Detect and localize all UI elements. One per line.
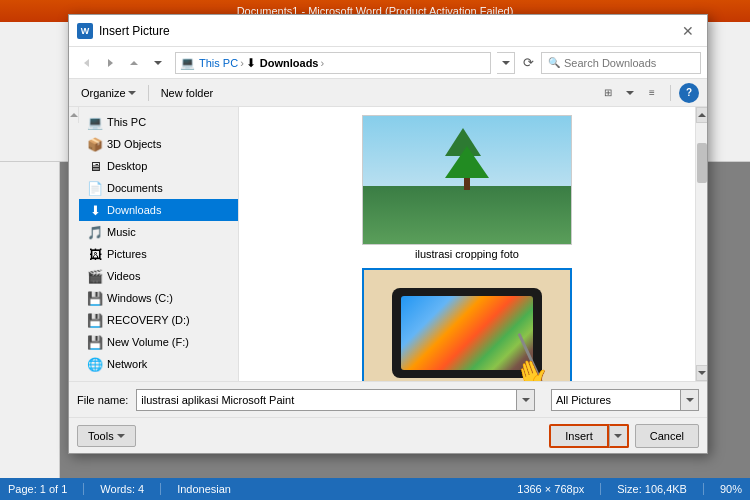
breadcrumb-downloads[interactable]: Downloads — [260, 57, 319, 69]
sidebar-item-videos[interactable]: 🎬 Videos — [79, 265, 238, 287]
back-button[interactable] — [75, 52, 97, 74]
new-volume-f-label: New Volume (F:) — [107, 336, 189, 348]
sidebar-item-pictures[interactable]: 🖼 Pictures — [79, 243, 238, 265]
filename-input[interactable] — [136, 389, 517, 411]
3d-objects-label: 3D Objects — [107, 138, 161, 150]
file-thumbnail-2: ✋ — [362, 268, 572, 381]
this-pc-icon: 💻 — [87, 114, 103, 130]
tools-button[interactable]: Tools — [77, 425, 136, 447]
sidebar-item-3d-objects[interactable]: 📦 3D Objects — [79, 133, 238, 155]
search-input[interactable] — [564, 57, 694, 69]
organize-label: Organize — [81, 87, 126, 99]
status-zoom: 90% — [720, 483, 742, 495]
new-volume-f-icon: 💾 — [87, 334, 103, 350]
toolbar-separator — [148, 85, 149, 101]
files-scrollbar[interactable] — [695, 107, 707, 381]
main-content: 💻 This PC 📦 3D Objects 🖥 Desktop 📄 Docum… — [69, 107, 707, 381]
cancel-button[interactable]: Cancel — [635, 424, 699, 448]
help-button[interactable]: ? — [679, 83, 699, 103]
filetype-dropdown-button[interactable] — [681, 389, 699, 411]
sidebar-item-this-pc[interactable]: 💻 This PC — [79, 111, 238, 133]
filetype-dropdown-icon — [686, 398, 694, 402]
filename-dropdown-button[interactable] — [517, 389, 535, 411]
sidebar-scroll-up-icon — [70, 113, 78, 117]
this-pc-label: This PC — [107, 116, 146, 128]
scrollbar-thumb[interactable] — [697, 143, 707, 183]
view-dropdown-icon — [626, 91, 634, 95]
sidebar-with-scroll — [69, 107, 79, 381]
status-separator4 — [703, 483, 704, 495]
new-folder-label: New folder — [161, 87, 214, 99]
status-page: Page: 1 of 1 — [8, 483, 67, 495]
filename-dropdown-icon — [522, 398, 530, 402]
breadcrumb-dropdown[interactable] — [497, 52, 515, 74]
filetype-group: All Pictures — [551, 389, 699, 411]
scroll-up-button[interactable] — [696, 107, 708, 123]
sidebar-item-downloads[interactable]: ⬇ Downloads — [79, 199, 238, 221]
insert-picture-dialog: W Insert Picture ✕ 💻 This PC › ⬇ Downloa… — [68, 14, 708, 454]
cancel-label: Cancel — [650, 430, 684, 442]
insert-button[interactable]: Insert — [549, 424, 609, 448]
organize-dropdown-icon — [128, 91, 136, 95]
tools-label: Tools — [88, 430, 114, 442]
refresh-button[interactable]: ⟳ — [517, 52, 539, 74]
sidebar-item-new-volume-f[interactable]: 💾 New Volume (F:) — [79, 331, 238, 353]
insert-dropdown-button[interactable] — [609, 424, 629, 448]
filename-input-group — [136, 389, 535, 411]
file-item-1[interactable]: ilustrasi cropping foto — [247, 115, 687, 260]
sidebar-item-music[interactable]: 🎵 Music — [79, 221, 238, 243]
scroll-up-icon — [698, 113, 706, 117]
status-separator1 — [83, 483, 84, 495]
insert-label: Insert — [565, 430, 593, 442]
music-icon: 🎵 — [87, 224, 103, 240]
downloads-icon: ⬇ — [87, 202, 103, 218]
sidebar-item-network[interactable]: 🌐 Network — [79, 353, 238, 375]
network-icon: 🌐 — [87, 356, 103, 372]
file-thumbnail-1 — [362, 115, 572, 245]
organize-button[interactable]: Organize — [77, 85, 140, 101]
view-dropdown-button[interactable] — [620, 83, 640, 103]
up-icon — [130, 61, 138, 65]
breadcrumb-dropdown-icon — [502, 61, 510, 65]
toolbar-separator2 — [670, 85, 671, 101]
sidebar: 💻 This PC 📦 3D Objects 🖥 Desktop 📄 Docum… — [79, 107, 239, 381]
dialog-title-icon: W — [77, 23, 93, 39]
filetype-display: All Pictures — [551, 389, 681, 411]
up-button[interactable] — [123, 52, 145, 74]
windows-c-label: Windows (C:) — [107, 292, 173, 304]
sidebar-item-documents[interactable]: 📄 Documents — [79, 177, 238, 199]
status-words: Words: 4 — [100, 483, 144, 495]
scroll-down-icon — [698, 371, 706, 375]
breadcrumb-bar[interactable]: 💻 This PC › ⬇ Downloads › — [175, 52, 491, 74]
filename-label: File name: — [77, 394, 128, 406]
back-icon — [84, 59, 89, 67]
dialog-titlebar: W Insert Picture ✕ — [69, 15, 707, 47]
new-folder-button[interactable]: New folder — [157, 85, 218, 101]
sidebar-item-recovery-d[interactable]: 💾 RECOVERY (D:) — [79, 309, 238, 331]
files-area: ilustrasi cropping foto ✋ ilustrasi apli… — [239, 107, 695, 381]
tools-dropdown-icon — [117, 434, 125, 438]
file-name-1: ilustrasi cropping foto — [415, 248, 519, 260]
sidebar-item-windows-c[interactable]: 💾 Windows (C:) — [79, 287, 238, 309]
music-label: Music — [107, 226, 136, 238]
file-item-2[interactable]: ✋ ilustrasi aplikasi Microsoft Paint — [247, 268, 687, 381]
pictures-label: Pictures — [107, 248, 147, 260]
view-medium-icons-button[interactable]: ⊞ — [598, 83, 618, 103]
sidebar-scroll-up[interactable] — [69, 107, 79, 123]
search-bar[interactable]: 🔍 — [541, 52, 701, 74]
word-statusbar: Page: 1 of 1 Words: 4 Indonesian 1366 × … — [0, 478, 750, 500]
3d-objects-icon: 📦 — [87, 136, 103, 152]
view-details-button[interactable]: ≡ — [642, 83, 662, 103]
insert-dropdown-icon — [614, 434, 622, 438]
recent-locations-button[interactable] — [147, 52, 169, 74]
sidebar-item-desktop[interactable]: 🖥 Desktop — [79, 155, 238, 177]
breadcrumb-this-pc[interactable]: This PC — [199, 57, 238, 69]
dialog-close-button[interactable]: ✕ — [677, 20, 699, 42]
scroll-down-button[interactable] — [696, 365, 708, 381]
forward-button[interactable] — [99, 52, 121, 74]
view-buttons: ⊞ ≡ — [598, 83, 662, 103]
status-resolution: 1366 × 768px — [517, 483, 584, 495]
downloads-breadcrumb-icon: ⬇ — [246, 56, 256, 70]
downloads-label: Downloads — [107, 204, 161, 216]
action-bar: Tools Insert Cancel — [69, 417, 707, 453]
